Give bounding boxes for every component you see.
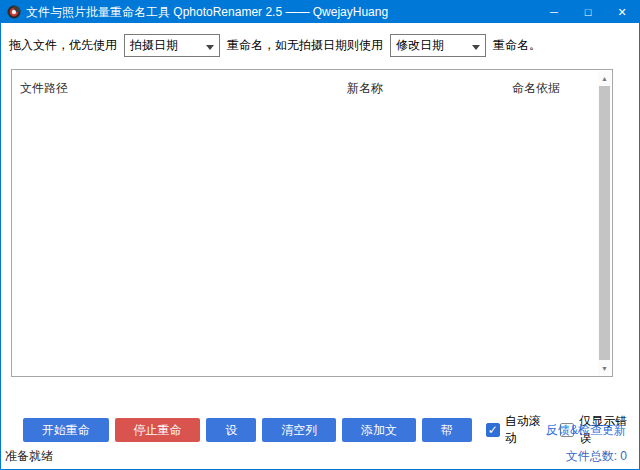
scroll-down-icon[interactable]: ▼ — [598, 361, 611, 375]
window-controls: ─ □ ✕ — [537, 1, 639, 23]
auto-scroll-checkbox[interactable] — [486, 423, 500, 437]
settings-button[interactable]: 设置 — [206, 418, 256, 442]
fallback-rule-value: 修改日期 — [396, 37, 444, 54]
rule-middle-label: 重命名，如无拍摄日期则使用 — [227, 37, 383, 54]
minimize-button[interactable]: ─ — [537, 1, 571, 23]
window-title: 文件与照片批量重命名工具 QphotoRenamer 2.5 —— Qwejay… — [26, 4, 388, 21]
stop-rename-button[interactable]: 停止重命名 — [115, 418, 201, 442]
column-header-basis[interactable]: 命名依据 — [512, 80, 560, 97]
close-button[interactable]: ✕ — [605, 1, 639, 23]
title-bar: 文件与照片批量重命名工具 QphotoRenamer 2.5 —— Qwejay… — [1, 1, 639, 23]
maximize-button[interactable]: □ — [571, 1, 605, 23]
fallback-rule-dropdown[interactable]: 修改日期 — [390, 34, 486, 57]
vertical-scrollbar[interactable]: ▲ ▼ — [598, 71, 611, 375]
scroll-up-icon[interactable]: ▲ — [598, 71, 611, 85]
status-text: 准备就绪 — [5, 448, 53, 465]
app-icon — [7, 5, 21, 19]
start-rename-button[interactable]: 开始重命名 — [23, 418, 109, 442]
file-count: 文件总数: 0 — [566, 448, 627, 465]
chevron-down-icon — [206, 45, 214, 50]
add-files-button[interactable]: 添加文件 — [342, 418, 416, 442]
rule-suffix-label: 重命名。 — [493, 37, 541, 54]
auto-scroll-option: 自动滚动 — [486, 413, 553, 447]
rename-rule-toolbar: 拖入文件，优先使用 拍摄日期 重命名，如无拍摄日期则使用 修改日期 重命名。 — [9, 32, 631, 58]
app-window: 文件与照片批量重命名工具 QphotoRenamer 2.5 —— Qwejay… — [0, 0, 640, 470]
rule-prefix-label: 拖入文件，优先使用 — [9, 37, 117, 54]
help-button[interactable]: 帮助 — [422, 418, 472, 442]
scrollbar-thumb[interactable] — [599, 86, 610, 360]
chevron-down-icon — [472, 45, 480, 50]
column-header-path[interactable]: 文件路径 — [20, 80, 68, 97]
primary-rule-dropdown[interactable]: 拍摄日期 — [124, 34, 220, 57]
column-header-new-name[interactable]: 新名称 — [347, 80, 383, 97]
feedback-update-link[interactable]: 反馈&检查更新 — [546, 422, 626, 439]
primary-rule-value: 拍摄日期 — [130, 37, 178, 54]
file-list[interactable]: 文件路径 新名称 命名依据 ▲ ▼ — [11, 69, 613, 377]
clear-list-button[interactable]: 清空列表 — [262, 418, 336, 442]
